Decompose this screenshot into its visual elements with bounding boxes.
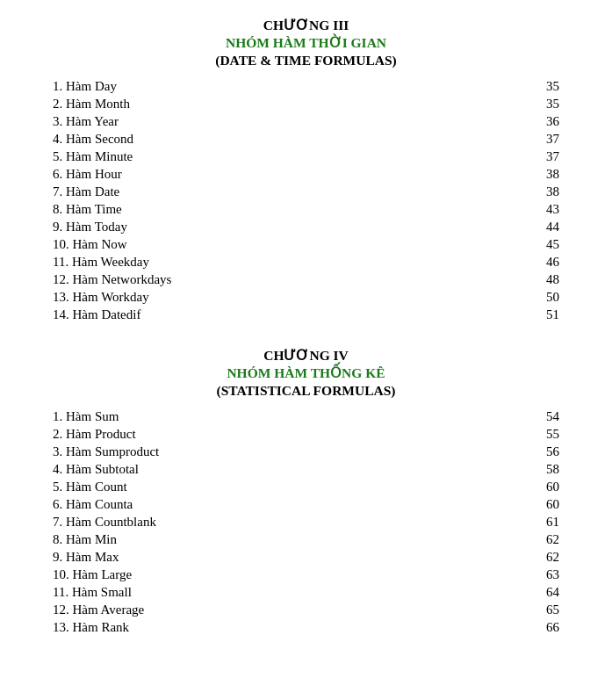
page-content: CHƯƠNG IIINHÓM HÀM THỜI GIAN(DATE & TIME…: [0, 0, 612, 678]
table-row: 6. Hàm Counta60: [53, 495, 559, 513]
table-row: 10. Hàm Now45: [53, 235, 559, 253]
toc-item-page: 60: [533, 480, 559, 494]
toc-item-label: 13. Hàm Rank: [53, 620, 533, 635]
table-row: 13. Hàm Workday50: [53, 288, 559, 306]
toc-item-page: 46: [533, 255, 559, 270]
table-row: 1. Hàm Day35: [53, 77, 559, 95]
toc-item-label: 12. Hàm Average: [53, 603, 533, 617]
toc-item-label: 9. Hàm Today: [53, 220, 533, 235]
toc-item-label: 7. Hàm Date: [53, 184, 533, 199]
toc-item-page: 37: [533, 149, 559, 164]
table-row: 4. Hàm Subtotal58: [53, 460, 559, 478]
toc-item-page: 55: [533, 427, 559, 442]
table-row: 1. Hàm Sum54: [53, 408, 559, 425]
toc-item-label: 3. Hàm Year: [53, 114, 533, 129]
toc-item-page: 38: [533, 167, 559, 182]
toc-item-page: 48: [533, 272, 559, 287]
toc-item-page: 35: [533, 97, 559, 112]
toc-item-page: 50: [533, 290, 559, 305]
toc-item-label: 13. Hàm Workday: [53, 290, 533, 305]
table-row: 9. Hàm Today44: [53, 218, 559, 235]
toc-item-label: 6. Hàm Hour: [53, 167, 533, 182]
toc-item-page: 56: [533, 444, 559, 459]
table-row: 7. Hàm Date38: [53, 183, 559, 200]
toc-item-page: 66: [533, 620, 559, 635]
toc-item-page: 64: [533, 585, 559, 600]
toc-item-page: 65: [533, 603, 559, 617]
table-row: 8. Hàm Time43: [53, 200, 559, 218]
table-row: 8. Hàm Min62: [53, 530, 559, 548]
toc-item-page: 38: [533, 184, 559, 199]
table-row: 5. Hàm Count60: [53, 478, 559, 495]
toc-item-page: 54: [533, 409, 559, 424]
toc-item-label: 8. Hàm Min: [53, 532, 533, 547]
toc-item-label: 12. Hàm Networkdays: [53, 272, 533, 287]
table-row: 13. Hàm Rank66: [53, 618, 559, 636]
chapter-subtitle-en-2: (STATISTICAL FORMULAS): [53, 383, 559, 399]
toc-item-page: 58: [533, 462, 559, 477]
table-row: 7. Hàm Countblank61: [53, 513, 559, 530]
toc-item-page: 35: [533, 79, 559, 94]
table-row: 3. Hàm Sumproduct56: [53, 443, 559, 460]
chapter-block-1: CHƯƠNG IIINHÓM HÀM THỜI GIAN(DATE & TIME…: [53, 18, 559, 323]
toc-item-label: 2. Hàm Product: [53, 427, 533, 442]
toc-item-label: 1. Hàm Day: [53, 79, 533, 94]
table-row: 12. Hàm Average65: [53, 601, 559, 618]
table-row: 9. Hàm Max62: [53, 548, 559, 566]
chapter-block-2: CHƯƠNG IVNHÓM HÀM THỐNG KÊ(STATISTICAL F…: [53, 348, 559, 636]
chapter-subtitle-en-1: (DATE & TIME FORMULAS): [53, 53, 559, 69]
toc-item-label: 1. Hàm Sum: [53, 409, 533, 424]
toc-item-page: 60: [533, 497, 559, 512]
toc-item-page: 43: [533, 202, 559, 217]
toc-item-label: 3. Hàm Sumproduct: [53, 444, 533, 459]
toc-item-page: 61: [533, 515, 559, 530]
table-row: 14. Hàm Datedif51: [53, 306, 559, 323]
toc-item-page: 62: [533, 532, 559, 547]
toc-item-label: 5. Hàm Minute: [53, 149, 533, 164]
toc-item-label: 11. Hàm Weekday: [53, 255, 533, 270]
table-row: 10. Hàm Large63: [53, 566, 559, 583]
toc-item-label: 10. Hàm Now: [53, 237, 533, 252]
table-row: 12. Hàm Networkdays48: [53, 271, 559, 288]
toc-item-page: 36: [533, 114, 559, 129]
table-row: 2. Hàm Month35: [53, 95, 559, 112]
chapter-subtitle-2: NHÓM HÀM THỐNG KÊ: [53, 365, 559, 381]
toc-item-label: 8. Hàm Time: [53, 202, 533, 217]
toc-item-label: 14. Hàm Datedif: [53, 307, 533, 322]
toc-item-page: 37: [533, 132, 559, 147]
toc-item-page: 62: [533, 550, 559, 565]
table-row: 5. Hàm Minute37: [53, 148, 559, 165]
toc-item-label: 4. Hàm Subtotal: [53, 462, 533, 477]
toc-item-page: 63: [533, 567, 559, 582]
toc-item-label: 9. Hàm Max: [53, 550, 533, 565]
toc-item-page: 45: [533, 237, 559, 252]
toc-item-label: 10. Hàm Large: [53, 567, 533, 582]
toc-item-label: 2. Hàm Month: [53, 97, 533, 112]
toc-item-label: 6. Hàm Counta: [53, 497, 533, 512]
chapter-title-2: CHƯƠNG IV: [53, 348, 559, 364]
toc-item-label: 4. Hàm Second: [53, 132, 533, 147]
toc-list-2: 1. Hàm Sum542. Hàm Product553. Hàm Sumpr…: [53, 408, 559, 636]
toc-item-page: 44: [533, 220, 559, 235]
table-row: 11. Hàm Small64: [53, 583, 559, 601]
toc-item-label: 11. Hàm Small: [53, 585, 533, 600]
table-row: 11. Hàm Weekday46: [53, 253, 559, 271]
table-row: 6. Hàm Hour38: [53, 165, 559, 183]
table-row: 4. Hàm Second37: [53, 130, 559, 148]
toc-item-label: 7. Hàm Countblank: [53, 515, 533, 530]
table-row: 3. Hàm Year36: [53, 112, 559, 130]
toc-item-label: 5. Hàm Count: [53, 480, 533, 494]
chapter-subtitle-1: NHÓM HÀM THỜI GIAN: [53, 35, 559, 51]
toc-item-page: 51: [533, 307, 559, 322]
toc-list-1: 1. Hàm Day352. Hàm Month353. Hàm Year364…: [53, 77, 559, 323]
chapter-title-1: CHƯƠNG III: [53, 18, 559, 33]
table-row: 2. Hàm Product55: [53, 425, 559, 443]
